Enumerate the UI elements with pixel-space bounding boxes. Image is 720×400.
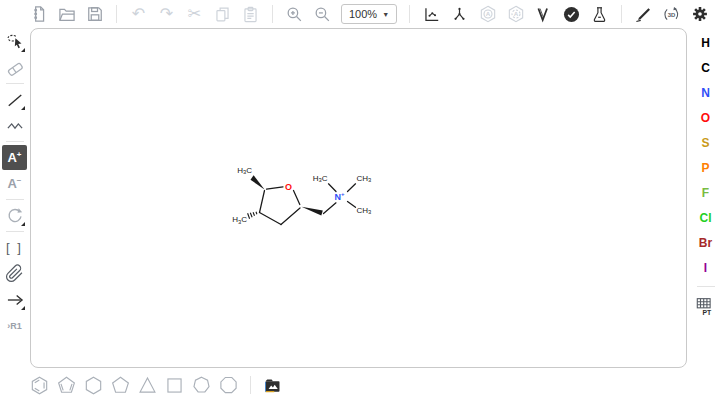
atom-button-o[interactable]: O <box>693 105 718 130</box>
template-library-button[interactable] <box>260 373 285 398</box>
zoom-level-value: 100% <box>349 8 377 20</box>
molecule[interactable]: O N+ H3C H3C H3C CH3 CH3 <box>221 156 401 236</box>
chain-tool[interactable] <box>2 113 27 138</box>
check-structure-button[interactable] <box>559 2 584 27</box>
copy-icon <box>213 5 232 24</box>
template-cyclopropane[interactable] <box>135 373 160 398</box>
bond-c4-c5 <box>260 191 265 213</box>
single-bond-tool[interactable] <box>2 87 27 112</box>
n-methyl-top-right[interactable]: CH3 <box>357 174 372 184</box>
atom-button-br[interactable]: Br <box>693 230 718 255</box>
atom-button-p[interactable]: P <box>693 155 718 180</box>
cut-button[interactable]: ✂ <box>182 2 207 27</box>
single-bond-icon <box>5 90 25 110</box>
copy-button[interactable] <box>210 2 235 27</box>
divider <box>6 231 24 232</box>
divider <box>250 376 251 394</box>
new-document-icon <box>29 4 49 24</box>
template-cyclobutane[interactable] <box>162 373 187 398</box>
zoom-out-button[interactable] <box>310 2 335 27</box>
template-cycloheptane[interactable] <box>189 373 214 398</box>
zoom-in-icon <box>285 5 304 24</box>
calculate-cip-icon <box>534 5 553 24</box>
template-benzene[interactable] <box>27 373 52 398</box>
3d-viewer-icon: 3D <box>662 5 681 24</box>
attachment-point-tool[interactable] <box>2 261 27 286</box>
cut-icon: ✂ <box>188 6 201 22</box>
bond-o-c2 <box>294 191 300 205</box>
r-group-tool[interactable]: ›R1 <box>2 313 27 338</box>
divider <box>6 83 24 84</box>
clean-up-button[interactable] <box>447 2 472 27</box>
periodic-table-button[interactable]: PT <box>693 293 718 318</box>
bond-ch2-n <box>324 203 337 214</box>
bond-c5-o <box>267 187 284 189</box>
template-cyclopentane[interactable] <box>108 373 133 398</box>
aromatize-button[interactable]: A <box>475 2 500 27</box>
atom-button-h[interactable]: H <box>693 30 718 55</box>
paste-icon <box>241 5 260 24</box>
divider <box>621 5 622 23</box>
atom-button-s[interactable]: S <box>693 130 718 155</box>
help-button[interactable]: ? <box>715 2 720 27</box>
divider <box>409 5 410 23</box>
n-methyl-left[interactable]: H3C <box>313 174 328 184</box>
n-methyl-bottom-right[interactable]: CH3 <box>357 206 372 216</box>
atom-button-i[interactable]: I <box>693 255 718 280</box>
rotate-tool[interactable] <box>2 203 27 228</box>
recognize-molecule-button[interactable] <box>631 2 656 27</box>
dearomatize-button[interactable]: A <box>503 2 528 27</box>
charge-plus-icon: A+ <box>7 150 21 165</box>
methyl-top-left[interactable]: H3C <box>237 166 252 176</box>
calculated-values-button[interactable] <box>587 2 612 27</box>
template-library-icon <box>262 375 283 396</box>
template-cyclohexane[interactable] <box>81 373 106 398</box>
atom-labels: O N+ H3C H3C H3C CH3 CH3 <box>232 166 371 225</box>
dearomatize-icon: A <box>506 4 526 24</box>
open-icon <box>57 4 77 24</box>
charge-minus-tool[interactable]: A− <box>2 171 27 196</box>
aromatize-icon: A <box>478 4 498 24</box>
charge-plus-tool[interactable]: A+ <box>2 145 27 170</box>
zoom-in-button[interactable] <box>282 2 307 27</box>
bond-n-methyl-left <box>329 184 337 192</box>
reaction-arrow-tool[interactable] <box>2 287 27 312</box>
settings-button[interactable] <box>687 2 712 27</box>
atom-button-c[interactable]: C <box>693 55 718 80</box>
eraser-icon <box>5 58 25 78</box>
layout-button[interactable] <box>419 2 444 27</box>
divider <box>6 141 24 142</box>
methyl-bottom-left[interactable]: H3C <box>232 215 247 225</box>
charge-minus-icon: A− <box>7 176 21 191</box>
undo-button[interactable]: ↶ <box>126 2 151 27</box>
erase-tool[interactable] <box>2 55 27 80</box>
open-button[interactable] <box>54 2 79 27</box>
redo-icon: ↷ <box>160 6 173 22</box>
atom-oxygen[interactable]: O <box>285 182 292 192</box>
atom-palette: H C N O S P F Cl Br I PT <box>692 30 719 318</box>
template-cyclooctane[interactable] <box>216 373 241 398</box>
template-toolbar <box>27 371 285 399</box>
s-group-tool[interactable]: [ ] <box>2 235 27 260</box>
bonds[interactable] <box>260 184 356 225</box>
atom-button-f[interactable]: F <box>693 180 718 205</box>
atom-button-n[interactable]: N <box>693 80 718 105</box>
3d-viewer-button[interactable]: 3D <box>659 2 684 27</box>
atom-nitrogen[interactable]: N+ <box>334 191 345 202</box>
redo-button[interactable]: ↷ <box>154 2 179 27</box>
check-structure-icon <box>562 5 581 24</box>
new-document-button[interactable] <box>26 2 51 27</box>
rotate-icon <box>5 206 25 226</box>
divider <box>272 5 273 23</box>
paste-button[interactable] <box>238 2 263 27</box>
cyclopropane-icon <box>137 375 158 396</box>
calculate-cip-button[interactable] <box>531 2 556 27</box>
template-cyclopentadiene[interactable] <box>54 373 79 398</box>
atom-button-cl[interactable]: Cl <box>693 205 718 230</box>
divider <box>6 199 24 200</box>
drawing-canvas[interactable]: O N+ H3C H3C H3C CH3 CH3 <box>30 28 687 368</box>
lasso-selection-tool[interactable] <box>2 29 27 54</box>
save-button[interactable] <box>82 2 107 27</box>
divider <box>697 286 715 287</box>
zoom-level-select[interactable]: 100% ▼ <box>341 4 397 24</box>
